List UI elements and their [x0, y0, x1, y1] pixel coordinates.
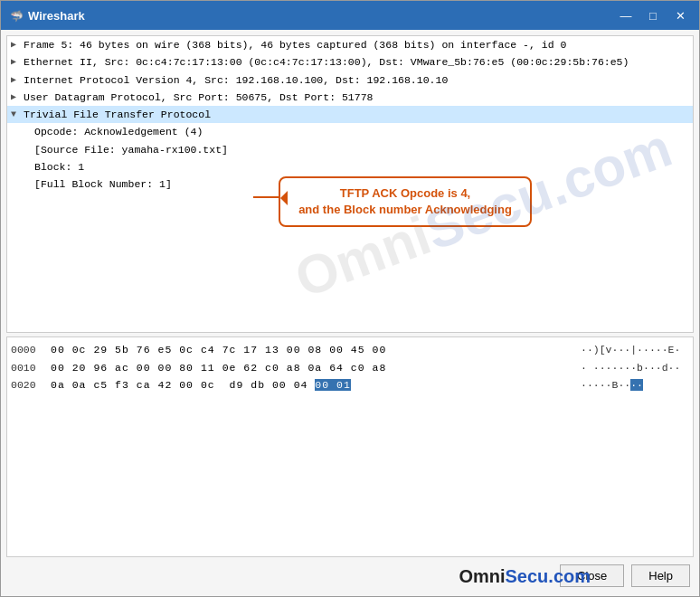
expand-arrow-ip: ▶ [11, 73, 24, 87]
hex-offset-0: 0000 [11, 342, 43, 357]
tftp-child-source-file[interactable]: [Source File: yamaha-rx100.txt] [7, 141, 693, 158]
hex-row-0000: 0000 00 0c 29 5b 76 e5 0c c4 7c 17 13 00… [11, 341, 689, 358]
hex-ascii-0: ··)[v···|·····E· [581, 342, 689, 357]
tftp-opcode-text: Opcode: Acknowledgement (4) [34, 126, 203, 137]
hex-ascii-2: ·····B···· [581, 377, 689, 393]
close-button[interactable]: Close [560, 564, 624, 587]
packet-row-ip[interactable]: ▶ Internet Protocol Version 4, Src: 192.… [7, 71, 693, 89]
close-window-button[interactable]: ✕ [668, 6, 692, 24]
hex-bytes-1: 00 20 96 ac 00 00 80 11 0e 62 c0 a8 0a 6… [51, 360, 573, 375]
speech-bubble: TFTP ACK Opcode is 4, and the Block numb… [279, 176, 532, 227]
expand-arrow-tftp: ▼ [11, 108, 24, 121]
wireshark-window: 🦈 Wireshark — □ ✕ ▶ Frame 5: 46 bytes on… [0, 0, 700, 597]
packet-row-tftp[interactable]: ▼ Trivial File Transfer Protocol [7, 106, 693, 123]
packet-row-udp-text: User Datagram Protocol, Src Port: 50675,… [24, 90, 373, 105]
help-button[interactable]: Help [631, 564, 690, 587]
packet-row-ethernet[interactable]: ▶ Ethernet II, Src: 0c:c4:7c:17:13:00 (0… [7, 53, 693, 71]
hex-highlight: 00 01 [315, 379, 351, 391]
hex-panel[interactable]: 0000 00 0c 29 5b 76 e5 0c c4 7c 17 13 00… [6, 336, 694, 557]
expand-arrow-ethernet: ▶ [11, 55, 24, 69]
packet-row-frame[interactable]: ▶ Frame 5: 46 bytes on wire (368 bits), … [7, 36, 693, 53]
app-icon: 🦈 [8, 8, 23, 23]
tftp-block-text: Block: 1 [34, 161, 84, 173]
window-title: Wireshark [28, 9, 609, 23]
expand-arrow-frame: ▶ [11, 38, 24, 52]
hex-offset-2: 0020 [11, 377, 43, 393]
ascii-highlight: ·· [630, 379, 643, 391]
main-content: ▶ Frame 5: 46 bytes on wire (368 bits), … [1, 30, 699, 596]
hex-row-0020: 0020 0a 0a c5 f3 ca 42 00 0c d9 db 00 04… [11, 376, 689, 393]
hex-ascii-1: · ·······b···d·· [581, 360, 689, 375]
hex-bytes-0: 00 0c 29 5b 76 e5 0c c4 7c 17 13 00 08 0… [51, 342, 573, 357]
expand-arrow-udp: ▶ [11, 90, 24, 104]
title-bar: 🦈 Wireshark — □ ✕ [1, 1, 699, 30]
maximize-button[interactable]: □ [641, 6, 665, 24]
tftp-child-opcode[interactable]: Opcode: Acknowledgement (4) [7, 123, 693, 140]
minimize-button[interactable]: — [614, 6, 638, 24]
tftp-full-block-text: [Full Block Number: 1] [34, 178, 172, 190]
button-bar: Close Help [6, 561, 694, 591]
packet-row-tftp-text: Trivial File Transfer Protocol [24, 107, 211, 122]
hex-offset-1: 0010 [11, 360, 43, 375]
packet-row-frame-text: Frame 5: 46 bytes on wire (368 bits), 46… [24, 37, 566, 52]
packet-row-ethernet-text: Ethernet II, Src: 0c:c4:7c:17:13:00 (0c:… [24, 54, 629, 70]
window-controls: — □ ✕ [614, 6, 692, 24]
packet-row-udp[interactable]: ▶ User Datagram Protocol, Src Port: 5067… [7, 89, 693, 106]
tftp-source-file-text: [Source File: yamaha-rx100.txt] [34, 144, 228, 156]
svg-text:🦈: 🦈 [10, 9, 23, 23]
packet-row-ip-text: Internet Protocol Version 4, Src: 192.16… [24, 72, 448, 88]
hex-row-0010: 0010 00 20 96 ac 00 00 80 11 0e 62 c0 a8… [11, 359, 689, 376]
annotation-container: TFTP ACK Opcode is 4, and the Block numb… [279, 176, 532, 227]
hex-bytes-2: 0a 0a c5 f3 ca 42 00 0c d9 db 00 04 00 0… [51, 377, 573, 393]
tftp-child-block[interactable]: Block: 1 [7, 158, 693, 175]
packet-details-panel[interactable]: ▶ Frame 5: 46 bytes on wire (368 bits), … [6, 35, 694, 333]
annotation-line1: TFTP ACK Opcode is 4, [340, 186, 470, 200]
annotation-line2: and the Block number Acknowledging [298, 203, 512, 216]
